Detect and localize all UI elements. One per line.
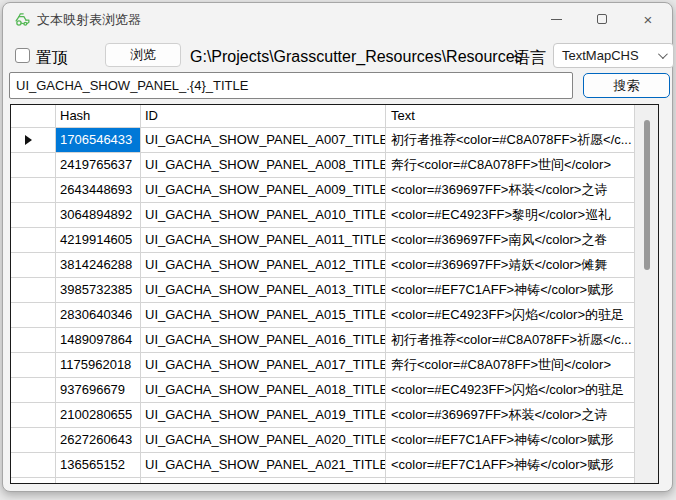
- vertical-scrollbar[interactable]: [634, 105, 658, 484]
- row-selector-cell[interactable]: [11, 178, 56, 202]
- resource-path-label: G:\Projects\Grasscutter_Resources\Resour…: [190, 48, 523, 66]
- cell-hash[interactable]: 3814246288: [56, 253, 141, 277]
- cell-hash[interactable]: 2627260643: [56, 428, 141, 452]
- pin-on-top-checkbox[interactable]: [15, 48, 30, 63]
- cell-text[interactable]: 奔行<color=#C8A078FF>世间</color>: [386, 153, 634, 177]
- row-selector-cell[interactable]: [11, 428, 56, 452]
- table-row: 2100280655 UI_GACHA_SHOW_PANEL_A019_TITL…: [11, 403, 634, 428]
- browse-button[interactable]: 浏览: [105, 43, 181, 67]
- search-input[interactable]: [9, 72, 573, 99]
- row-selector-cell[interactable]: [11, 328, 56, 352]
- cell-id[interactable]: UI_GACHA_SHOW_PANEL_A016_TITLE: [141, 328, 386, 352]
- column-header-hash[interactable]: Hash: [56, 105, 141, 127]
- search-button[interactable]: 搜索: [583, 73, 670, 98]
- cell-id[interactable]: UI_GACHA_SHOW_PANEL_A015_TITLE: [141, 303, 386, 327]
- cell-hash[interactable]: 1489097864: [56, 328, 141, 352]
- table-row: 2830640346 UI_GACHA_SHOW_PANEL_A015_TITL…: [11, 303, 634, 328]
- row-selector-cell[interactable]: [11, 153, 56, 177]
- cell-hash[interactable]: 1175962018: [56, 353, 141, 377]
- cell-text[interactable]: <color=#369697FF>南风</color>之眷: [386, 228, 634, 252]
- column-header-text[interactable]: Text: [386, 105, 634, 127]
- cell-id[interactable]: UI_GACHA_SHOW_PANEL_A017_TITLE: [141, 353, 386, 377]
- cell-text[interactable]: <color=#EF7C1AFF>神铸</color>赋形: [386, 428, 634, 452]
- app-window: 文本映射表浏览器 × 置顶 浏览 G:\Projects\Grasscutter…: [2, 2, 673, 492]
- title-bar[interactable]: 文本映射表浏览器 ×: [3, 3, 672, 35]
- cell-text[interactable]: <color=#EF7C1AFF>神铸</color>赋形: [386, 278, 634, 302]
- cell-hash[interactable]: 2643448693: [56, 178, 141, 202]
- cell-hash[interactable]: 1706546433: [56, 128, 141, 152]
- cell-text[interactable]: <color=#EF7C1AFF>神铸</color>赋形: [386, 453, 634, 477]
- row-selector-cell[interactable]: [11, 203, 56, 227]
- cell-hash[interactable]: 937696679: [56, 378, 141, 402]
- row-selector-cell[interactable]: [11, 303, 56, 327]
- maximize-button-icon[interactable]: [579, 4, 625, 34]
- cell-id[interactable]: UI_GACHA_SHOW_PANEL_A007_TITLE: [141, 128, 386, 152]
- cell-id[interactable]: UI_GACHA_SHOW_PANEL_A022_TITLE: [141, 478, 386, 484]
- minimize-button-icon[interactable]: [533, 4, 579, 34]
- pin-on-top-label: 置顶: [36, 48, 68, 69]
- column-header-id[interactable]: ID: [141, 105, 386, 127]
- row-selector-cell[interactable]: [11, 478, 56, 484]
- screen: 文本映射表浏览器 × 置顶 浏览 G:\Projects\Grasscutter…: [0, 0, 676, 500]
- row-selector-cell[interactable]: [11, 378, 56, 402]
- table-row: 1175962018 UI_GACHA_SHOW_PANEL_A017_TITL…: [11, 353, 634, 378]
- cell-text[interactable]: <color=#EC4923FF>闪焰</color>的驻足: [386, 303, 634, 327]
- cell-hash[interactable]: 3985732385: [56, 278, 141, 302]
- table-row: 1706546433 UI_GACHA_SHOW_PANEL_A007_TITL…: [11, 128, 634, 153]
- grasscutter-lawnmower-icon: [14, 11, 31, 28]
- language-selected-value: TextMapCHS: [562, 48, 639, 63]
- table-row: 2627260643 UI_GACHA_SHOW_PANEL_A020_TITL…: [11, 428, 634, 453]
- table-row: 3064894892 UI_GACHA_SHOW_PANEL_A010_TITL…: [11, 203, 634, 228]
- table-row: 326122427 UI_GACHA_SHOW_PANEL_A022_TITLE…: [11, 478, 634, 484]
- cell-id[interactable]: UI_GACHA_SHOW_PANEL_A021_TITLE: [141, 453, 386, 477]
- cell-id[interactable]: UI_GACHA_SHOW_PANEL_A012_TITLE: [141, 253, 386, 277]
- cell-hash[interactable]: 136565152: [56, 453, 141, 477]
- cell-text[interactable]: 初行者推荐<color=#C8A078FF>祈愿</c...: [386, 128, 634, 152]
- cell-id[interactable]: UI_GACHA_SHOW_PANEL_A011_TITLE: [141, 228, 386, 252]
- table-row: 2643448693 UI_GACHA_SHOW_PANEL_A009_TITL…: [11, 178, 634, 203]
- cell-hash[interactable]: 2100280655: [56, 403, 141, 427]
- table-row: 136565152 UI_GACHA_SHOW_PANEL_A021_TITLE…: [11, 453, 634, 478]
- cell-id[interactable]: UI_GACHA_SHOW_PANEL_A009_TITLE: [141, 178, 386, 202]
- cell-text[interactable]: <color=#EC4923FF>黎明</color>巡礼: [386, 203, 634, 227]
- table-row: 1489097864 UI_GACHA_SHOW_PANEL_A016_TITL…: [11, 328, 634, 353]
- row-selector-cell[interactable]: [11, 253, 56, 277]
- textmap-table: Hash ID Text 1706546433 UI_GACHA_SHOW_PA…: [10, 104, 659, 484]
- cell-id[interactable]: UI_GACHA_SHOW_PANEL_A013_TITLE: [141, 278, 386, 302]
- table-row: 3814246288 UI_GACHA_SHOW_PANEL_A012_TITL…: [11, 253, 634, 278]
- cell-text[interactable]: <color=#369697FF>杯装</color>之诗: [386, 403, 634, 427]
- cell-id[interactable]: UI_GACHA_SHOW_PANEL_A008_TITLE: [141, 153, 386, 177]
- table-header-row: Hash ID Text: [11, 105, 634, 128]
- scrollbar-thumb[interactable]: [644, 120, 650, 270]
- row-selector-cell[interactable]: [11, 128, 56, 152]
- cell-text[interactable]: <color=#369697FF>靖妖</color>傩舞: [386, 253, 634, 277]
- cell-id[interactable]: UI_GACHA_SHOW_PANEL_A019_TITLE: [141, 403, 386, 427]
- cell-text[interactable]: <color=#EC4923FF>闪焰</color>的驻足: [386, 378, 634, 402]
- table-row: 2419765637 UI_GACHA_SHOW_PANEL_A008_TITL…: [11, 153, 634, 178]
- row-selector-cell[interactable]: [11, 228, 56, 252]
- cell-hash[interactable]: 2419765637: [56, 153, 141, 177]
- row-selector-cell[interactable]: [11, 353, 56, 377]
- cell-text[interactable]: 奔行<color=#C8A078FF>世间</color>: [386, 353, 634, 377]
- language-label: 语言: [514, 48, 546, 69]
- cell-id[interactable]: UI_GACHA_SHOW_PANEL_A018_TITLE: [141, 378, 386, 402]
- table-corner-cell[interactable]: [11, 105, 56, 127]
- cell-text[interactable]: 奔行<color=#757acdFF>世间</color>: [386, 478, 634, 484]
- current-row-arrow-icon: [25, 135, 32, 145]
- cell-text[interactable]: 初行者推荐<color=#C8A078FF>祈愿</c...: [386, 328, 634, 352]
- language-select[interactable]: TextMapCHS: [553, 43, 674, 68]
- cell-id[interactable]: UI_GACHA_SHOW_PANEL_A010_TITLE: [141, 203, 386, 227]
- row-selector-cell[interactable]: [11, 453, 56, 477]
- cell-text[interactable]: <color=#369697FF>杯装</color>之诗: [386, 178, 634, 202]
- table-row: 4219914605 UI_GACHA_SHOW_PANEL_A011_TITL…: [11, 228, 634, 253]
- cell-hash[interactable]: 326122427: [56, 478, 141, 484]
- row-selector-cell[interactable]: [11, 278, 56, 302]
- cell-hash[interactable]: 3064894892: [56, 203, 141, 227]
- table-row: 3985732385 UI_GACHA_SHOW_PANEL_A013_TITL…: [11, 278, 634, 303]
- table-body: 1706546433 UI_GACHA_SHOW_PANEL_A007_TITL…: [11, 128, 634, 484]
- cell-hash[interactable]: 2830640346: [56, 303, 141, 327]
- cell-hash[interactable]: 4219914605: [56, 228, 141, 252]
- cell-id[interactable]: UI_GACHA_SHOW_PANEL_A020_TITLE: [141, 428, 386, 452]
- close-button-icon[interactable]: ×: [625, 4, 671, 34]
- row-selector-cell[interactable]: [11, 403, 56, 427]
